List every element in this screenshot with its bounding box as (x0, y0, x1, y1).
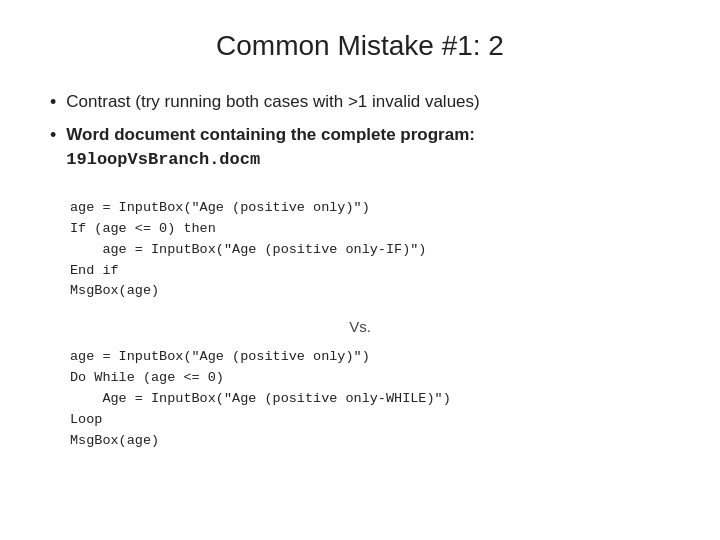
code-section-1: age = InputBox("Age (positive only)") If… (50, 198, 670, 303)
code-block-2: age = InputBox("Age (positive only)") Do… (70, 347, 670, 452)
code-block-1: age = InputBox("Age (positive only)") If… (70, 198, 670, 303)
bullet-text-2: Word document containing the complete pr… (66, 123, 670, 172)
bullet-list: • Contrast (try running both cases with … (50, 90, 670, 180)
bullet-dot-2: • (50, 123, 56, 148)
slide-title: Common Mistake #1: 2 (50, 30, 670, 62)
code-section-2: age = InputBox("Age (positive only)") Do… (50, 347, 670, 452)
bullet-2-filename: 19loopVsBranch.docm (66, 150, 260, 169)
bullet-item-1: • Contrast (try running both cases with … (50, 90, 670, 115)
bullet-dot-1: • (50, 90, 56, 115)
bullet-item-2: • Word document containing the complete … (50, 123, 670, 172)
bullet-2-bold: Word document containing the complete pr… (66, 125, 475, 144)
slide-container: Common Mistake #1: 2 • Contrast (try run… (0, 0, 720, 540)
vs-label: Vs. (50, 318, 670, 335)
bullet-1-content: Contrast (try running both cases with >1… (66, 92, 479, 111)
bullet-text-1: Contrast (try running both cases with >1… (66, 90, 670, 114)
